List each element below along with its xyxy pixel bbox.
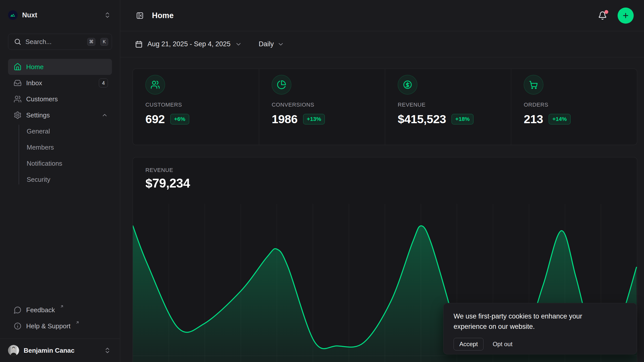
sidebar-item-members[interactable]: Members: [8, 139, 112, 155]
pie-chart-icon: [272, 75, 291, 95]
home-icon: [14, 63, 22, 71]
users-icon: [14, 95, 22, 103]
sidebar-item-general[interactable]: General: [8, 123, 112, 139]
revenue-chart-header: REVENUE $79,234: [133, 157, 637, 191]
stat-value: 692: [145, 112, 165, 126]
stat-card-revenue[interactable]: REVENUE $415,523 +18%: [385, 69, 511, 145]
stat-label: CONVERSIONS: [272, 102, 375, 108]
message-bubble-icon: [14, 306, 22, 314]
sidebar-item-label: Feedback: [26, 306, 55, 314]
sidebar-item-inbox[interactable]: Inbox 4: [8, 75, 112, 91]
revenue-chart-label: REVENUE: [145, 167, 624, 173]
settings-subnav: General Members Notifications Security: [8, 123, 112, 188]
user-name: Benjamin Canac: [24, 347, 98, 354]
sidebar-item-home[interactable]: Home: [8, 59, 112, 75]
stat-delta-badge: +18%: [452, 114, 473, 124]
calendar-icon: [135, 40, 143, 48]
avatar: [8, 345, 19, 356]
page-title: Home: [152, 11, 598, 20]
sidebar-subitem-label: Members: [27, 144, 54, 151]
stat-card-customers[interactable]: CUSTOMERS 692 +6%: [133, 69, 259, 145]
revenue-chart-value: $79,234: [145, 176, 624, 191]
user-menu[interactable]: Benjamin Canac: [8, 339, 112, 362]
workspace-switcher[interactable]: Nuxt: [8, 10, 112, 21]
cookie-actions: Accept Opt out: [454, 338, 627, 350]
gear-icon: [14, 111, 22, 119]
sidebar-item-label: Settings: [26, 111, 97, 119]
sidebar-item-security[interactable]: Security: [8, 171, 112, 188]
inbox-icon: [14, 79, 22, 87]
notification-dot: [605, 10, 608, 14]
search-input[interactable]: Search... ⌘ K: [8, 34, 112, 50]
sidebar-nav: Home Inbox 4 C: [8, 59, 112, 188]
cookie-banner: We use first-party cookies to enhance yo…: [443, 303, 637, 354]
sidebar-item-label: Customers: [26, 95, 108, 103]
dollar-circle-icon: [398, 75, 417, 95]
date-range-label: Aug 21, 2025 - Sep 4, 2025: [147, 40, 230, 48]
topbar: Home: [120, 0, 644, 31]
sidebar-footer: Feedback Help & Support: [8, 302, 112, 335]
stat-value: $415,523: [398, 112, 446, 126]
stat-delta-badge: +14%: [549, 114, 571, 124]
sidebar-item-label: Home: [26, 63, 108, 71]
date-range-picker[interactable]: Aug 21, 2025 - Sep 4, 2025: [135, 40, 242, 48]
inbox-count-badge: 4: [99, 78, 108, 87]
kbd-cmd: ⌘: [87, 38, 95, 46]
search-icon: [14, 38, 21, 46]
cookie-message: We use first-party cookies to enhance yo…: [454, 311, 599, 332]
stat-value: 1986: [272, 112, 298, 126]
add-button[interactable]: [618, 8, 634, 24]
chevron-up-icon: [101, 112, 108, 118]
sidebar-subitem-label: General: [27, 127, 50, 135]
opt-out-button[interactable]: Opt out: [493, 341, 512, 348]
stat-value: 213: [524, 112, 543, 126]
accept-cookies-button[interactable]: Accept: [454, 338, 484, 350]
stat-card-conversions[interactable]: CONVERSIONS 1986 +13%: [259, 69, 385, 145]
stat-card-orders[interactable]: ORDERS 213 +14%: [511, 69, 637, 145]
app-window: Nuxt Search... ⌘ K: [0, 0, 644, 362]
stat-label: ORDERS: [524, 102, 627, 108]
external-link-icon: [75, 321, 79, 325]
sidebar-spacer: [8, 188, 112, 302]
notifications-button[interactable]: [598, 11, 607, 20]
stats-grid: CUSTOMERS 692 +6% CONVERSIONS 1986: [133, 69, 637, 145]
chevron-down-icon: [277, 41, 284, 48]
sidebar-item-label: Help & Support: [26, 322, 70, 330]
stat-label: CUSTOMERS: [145, 102, 249, 108]
collapse-sidebar-icon[interactable]: [135, 11, 145, 21]
filter-bar: Aug 21, 2025 - Sep 4, 2025 Daily: [120, 31, 644, 57]
brand-name: Nuxt: [22, 11, 98, 19]
chevrons-up-down-icon: [103, 346, 112, 355]
nuxt-logo: [8, 10, 18, 20]
sidebar-item-help-support[interactable]: Help & Support: [8, 318, 112, 334]
stat-delta-badge: +13%: [303, 114, 325, 124]
mountains-icon: [10, 12, 16, 18]
sidebar: Nuxt Search... ⌘ K: [0, 0, 120, 362]
sidebar-subitem-label: Notifications: [27, 160, 62, 167]
chevrons-up-down-icon[interactable]: [103, 11, 112, 20]
sidebar-subitem-label: Security: [27, 176, 50, 184]
sidebar-item-settings[interactable]: Settings: [8, 107, 112, 123]
granularity-select[interactable]: Daily: [259, 40, 284, 48]
sidebar-item-customers[interactable]: Customers: [8, 91, 112, 107]
info-circle-icon: [14, 322, 22, 330]
plus-icon: [622, 12, 630, 20]
sidebar-item-feedback[interactable]: Feedback: [8, 302, 112, 318]
external-link-icon: [60, 304, 64, 308]
granularity-label: Daily: [259, 40, 274, 48]
shopping-cart-icon: [524, 75, 543, 95]
sidebar-item-label: Inbox: [26, 79, 94, 87]
search-placeholder: Search...: [25, 38, 82, 46]
users-icon: [145, 75, 165, 95]
kbd-k: K: [100, 38, 108, 46]
stat-delta-badge: +6%: [170, 114, 189, 124]
sidebar-item-notifications[interactable]: Notifications: [8, 155, 112, 171]
chevron-down-icon: [235, 41, 242, 48]
stat-label: REVENUE: [398, 102, 501, 108]
